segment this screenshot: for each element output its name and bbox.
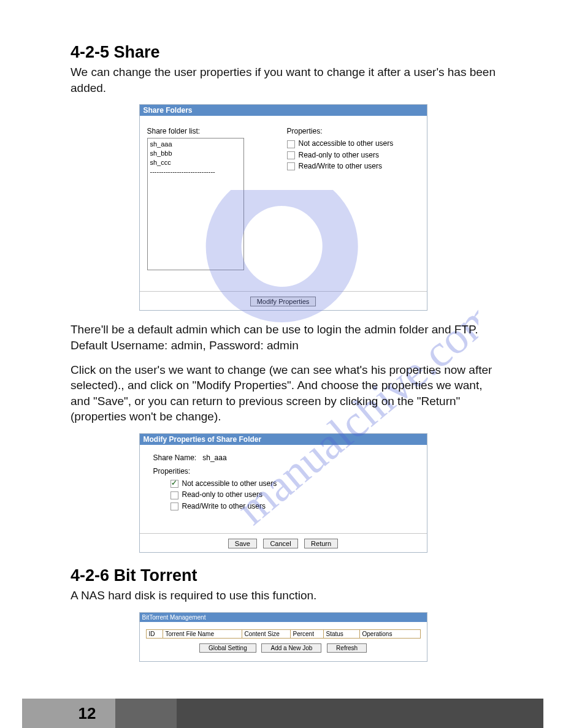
share-name-label: Share Name: [153, 453, 197, 462]
share-para3: Click on the user's we want to change (w… [71, 362, 496, 425]
bt-table-header: ID Torrent File Name Content Size Percen… [146, 629, 421, 639]
modify-properties-panel: Modify Properties of Share Folder Share … [139, 433, 427, 553]
checkbox-read-only[interactable] [287, 151, 295, 159]
col-name: Torrent File Name [163, 630, 242, 638]
share-folders-panel: Share Folders Share folder list: sh_aaa … [139, 104, 427, 311]
global-setting-button[interactable]: Global Setting [199, 643, 256, 653]
share-intro: We can change the user properties if you… [71, 64, 496, 96]
checkbox-read-only-2[interactable] [170, 491, 178, 499]
return-button[interactable]: Return [304, 539, 338, 548]
list-separator: ----------------------------- [150, 167, 241, 176]
col-operations: Operations [360, 630, 420, 638]
checkbox-read-write-2[interactable] [170, 502, 178, 510]
opt2-not-accessible: Not accessible to other users [182, 479, 277, 488]
bittorrent-panel: BitTorrent Management ID Torrent File Na… [139, 612, 427, 662]
checkbox-read-write[interactable] [287, 162, 295, 170]
opt2-read-only: Read-only to other users [182, 490, 262, 499]
share-para2: There'll be a default admin which can be… [71, 322, 496, 353]
checkbox-not-accessible-2[interactable] [170, 480, 178, 488]
folder-list-label: Share folder list: [147, 127, 244, 135]
section-heading-bittorrent: 4-2-6 Bit Torrent [71, 566, 496, 585]
properties-label: Properties: [287, 127, 394, 135]
list-item[interactable]: sh_ccc [150, 158, 241, 167]
refresh-button[interactable]: Refresh [327, 643, 367, 653]
opt-read-only: Read-only to other users [299, 151, 379, 159]
section-heading-share: 4-2-5 Share [71, 43, 496, 62]
share-name-value: sh_aaa [202, 453, 226, 462]
page-footer: 12 [22, 699, 543, 728]
col-percent: Percent [291, 630, 324, 638]
opt2-read-write: Read/Write to other users [182, 502, 266, 510]
page-number: 12 [59, 699, 115, 728]
bittorrent-intro: A NAS hard disk is required to use this … [71, 588, 496, 604]
checkbox-not-accessible[interactable] [287, 140, 295, 148]
panel2-header: Modify Properties of Share Folder [140, 434, 427, 445]
col-size: Content Size [242, 630, 291, 638]
folder-listbox[interactable]: sh_aaa sh_bbb sh_ccc -------------------… [147, 138, 244, 270]
panel2-properties-label: Properities: [153, 467, 413, 476]
col-status: Status [324, 630, 360, 638]
panel1-header: Share Folders [140, 105, 427, 116]
col-id: ID [147, 630, 163, 638]
cancel-button[interactable]: Cancel [263, 539, 297, 548]
opt-read-write: Read/Write to other users [299, 162, 383, 170]
add-new-job-button[interactable]: Add a New Job [261, 643, 321, 653]
save-button[interactable]: Save [228, 539, 257, 548]
opt-not-accessible: Not accessible to other users [299, 139, 394, 148]
list-item[interactable]: sh_bbb [150, 149, 241, 158]
panel3-header: BitTorrent Management [140, 613, 427, 622]
modify-properties-button[interactable]: Modify Properties [250, 297, 316, 306]
list-item[interactable]: sh_aaa [150, 140, 241, 149]
